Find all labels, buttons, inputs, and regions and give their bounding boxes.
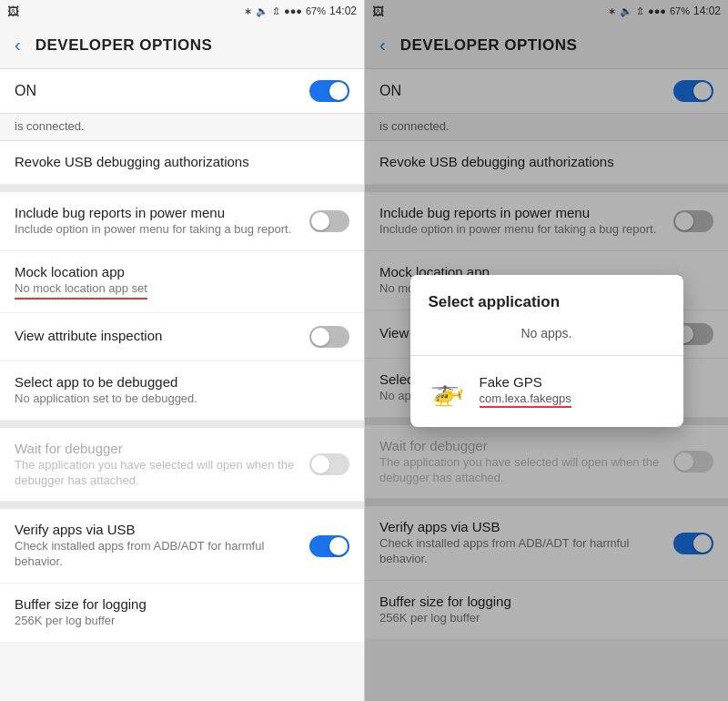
- dialog-divider: [410, 355, 683, 356]
- section-divider: [0, 185, 364, 192]
- setting-toggle-1[interactable]: [309, 210, 349, 232]
- status-bar: 🖼 ∗ 🔈 ⇬ ●●● 67% 14:02: [0, 0, 364, 22]
- section-divider: [0, 502, 364, 509]
- status-right: ∗ 🔈 ⇬ ●●● 67% 14:02: [244, 5, 357, 17]
- app-name: Fake GPS: [480, 374, 665, 390]
- dialog-app-item[interactable]: 🚁Fake GPScom.lexa.fakegps: [410, 363, 683, 420]
- time-display: 14:02: [329, 5, 357, 17]
- header-title: DEVELOPER OPTIONS: [35, 36, 213, 55]
- phone-panel-left: 🖼 ∗ 🔈 ⇬ ●●● 67% 14:02 ‹ DEVELOPER OPTION…: [0, 0, 364, 701]
- setting-toggle-5[interactable]: [309, 453, 349, 475]
- setting-title-4: Select app to be debugged: [15, 374, 349, 390]
- setting-title-6: Verify apps via USB: [15, 522, 309, 537]
- setting-item-4[interactable]: Select app to be debuggedNo application …: [0, 361, 364, 421]
- setting-item-0[interactable]: Revoke USB debugging authorizations: [0, 141, 364, 185]
- on-toggle[interactable]: [309, 80, 349, 102]
- setting-toggle-6[interactable]: [309, 535, 349, 557]
- bluetooth-icon: ∗: [244, 5, 252, 17]
- phone-panel-right: 🖼 ∗ 🔈 ⇬ ●●● 67% 14:02 ‹ DEVELOPER OPTION…: [364, 0, 728, 701]
- dialog-title: Select application: [410, 293, 683, 322]
- setting-item-6[interactable]: Verify apps via USBCheck installed apps …: [0, 509, 364, 584]
- status-left: 🖼: [7, 5, 19, 18]
- setting-title-1: Include bug reports in power menu: [15, 205, 309, 220]
- on-section: ON: [0, 69, 364, 114]
- app-icon: 🚁: [429, 372, 467, 411]
- setting-toggle-3[interactable]: [309, 326, 349, 348]
- dialog-no-apps: No apps.: [410, 322, 683, 355]
- setting-title-5: Wait for debugger: [15, 441, 309, 456]
- select-app-dialog: Select applicationNo apps.🚁Fake GPScom.l…: [410, 275, 683, 427]
- wifi-icon: ⇬: [272, 5, 280, 17]
- setting-item-5[interactable]: Wait for debuggerThe application you hav…: [0, 428, 364, 503]
- signal-icon: ●●●: [284, 5, 302, 16]
- setting-title-0: Revoke USB debugging authorizations: [15, 154, 349, 169]
- setting-subtitle-4: No application set to be debugged.: [15, 391, 349, 407]
- battery-text: 67%: [306, 5, 326, 16]
- setting-title-2: Mock location app: [15, 264, 349, 279]
- setting-subtitle-2: No mock location app set: [15, 281, 349, 300]
- setting-item-1[interactable]: Include bug reports in power menuInclude…: [0, 192, 364, 251]
- setting-subtitle-1: Include option in power menu for taking …: [15, 222, 309, 238]
- back-button[interactable]: ‹: [15, 35, 21, 56]
- on-label: ON: [15, 83, 36, 99]
- setting-subtitle-7: 256K per log buffer: [15, 614, 349, 629]
- setting-title-3: View attribute inspection: [15, 328, 309, 343]
- app-package: com.lexa.fakegps: [480, 391, 571, 408]
- setting-item-2[interactable]: Mock location appNo mock location app se…: [0, 251, 364, 313]
- section-divider: [0, 421, 364, 428]
- setting-subtitle-6: Check installed apps from ADB/ADT for ha…: [15, 539, 309, 570]
- app-header: ‹ DEVELOPER OPTIONS: [0, 22, 364, 69]
- setting-item-3[interactable]: View attribute inspection: [0, 313, 364, 361]
- is-connected-text: is connected.: [0, 114, 364, 141]
- setting-item-7[interactable]: Buffer size for logging256K per log buff…: [0, 584, 364, 642]
- settings-content: ON is connected.Revoke USB debugging aut…: [0, 69, 364, 701]
- setting-title-7: Buffer size for logging: [15, 596, 349, 612]
- setting-subtitle-5: The application you have selected will o…: [15, 458, 309, 489]
- dialog-overlay[interactable]: Select applicationNo apps.🚁Fake GPScom.l…: [365, 0, 728, 701]
- mute-icon: 🔈: [256, 5, 268, 17]
- notification-icon: 🖼: [7, 5, 19, 18]
